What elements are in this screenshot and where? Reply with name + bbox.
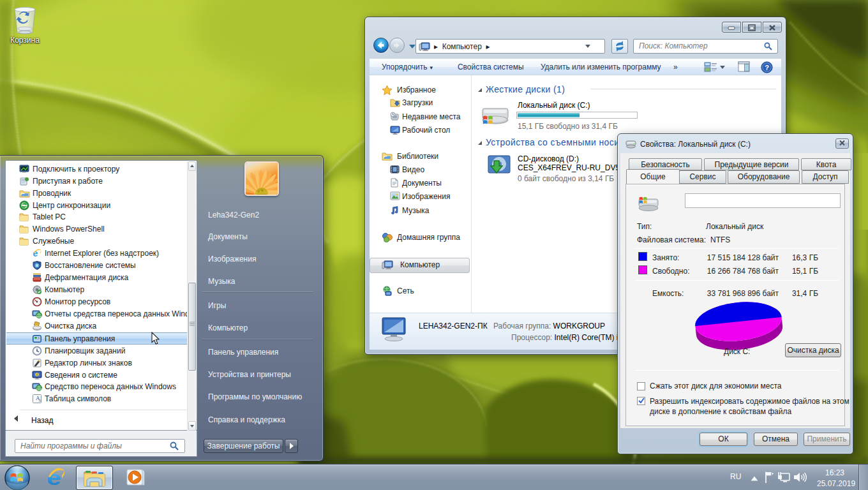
svg-text:?: ? — [765, 64, 769, 71]
svg-text:Я: Я — [39, 398, 42, 403]
